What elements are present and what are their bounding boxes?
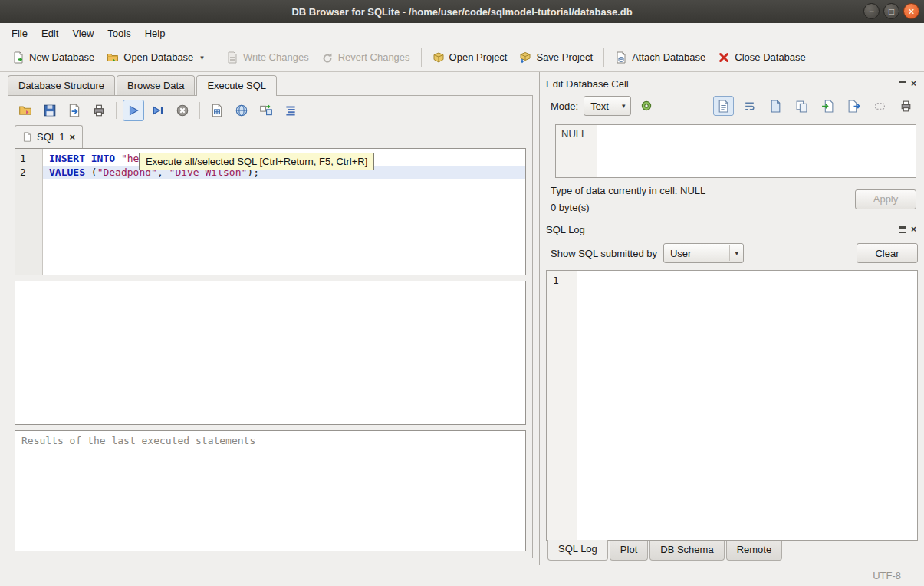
right-pane: Edit Database Cell × Mode: Text ▾ (539, 72, 924, 565)
cell-value-body[interactable] (597, 125, 916, 177)
open-sql-file-icon (18, 104, 32, 117)
sql-tab-close-icon[interactable]: × (69, 131, 75, 143)
open-database-button[interactable]: Open Database ▾ (100, 48, 210, 67)
left-pane: Database Structure Browse Data Execute S… (0, 72, 539, 565)
dropdown-caret-icon[interactable]: ▾ (200, 54, 204, 61)
maximize-button[interactable]: □ (883, 3, 899, 19)
execute-tooltip: Execute all/selected SQL [Ctrl+Return, F… (139, 153, 374, 170)
clear-log-button[interactable]: Clear (857, 243, 918, 263)
save-project-icon (519, 51, 531, 64)
minimize-button[interactable]: − (863, 3, 880, 19)
tab-browse-data[interactable]: Browse Data (117, 75, 195, 95)
tab-sql-log[interactable]: SQL Log (547, 540, 608, 561)
print-sql-button[interactable] (88, 100, 110, 121)
cell-size-info: 0 byte(s) (551, 202, 855, 213)
revert-changes-icon (321, 51, 334, 64)
line-number: 2 (15, 166, 42, 179)
attach-database-button[interactable]: Attach Database (609, 48, 712, 67)
save-project-button[interactable]: Save Project (513, 48, 599, 67)
tab-remote[interactable]: Remote (726, 541, 783, 561)
open-file-icon (769, 100, 782, 113)
log-filter-combobox[interactable]: User ▾ (663, 243, 744, 263)
set-null-button[interactable] (870, 96, 890, 116)
word-wrap-button[interactable] (739, 96, 760, 116)
tab-plot[interactable]: Plot (610, 541, 648, 561)
close-database-icon (718, 51, 730, 64)
results-message-area[interactable]: Results of the last executed statements (15, 430, 526, 551)
text-mode-button[interactable] (713, 96, 734, 116)
find-replace-button[interactable] (255, 100, 277, 121)
mode-combobox[interactable]: Text ▾ (584, 96, 630, 116)
edit-cell-toolbar: Mode: Text ▾ (546, 92, 918, 120)
revert-changes-button: Revert Changes (315, 48, 416, 67)
combo-arrow-icon: ▾ (729, 245, 743, 261)
open-sql-file-button[interactable] (15, 100, 36, 121)
new-database-button[interactable]: New Database (6, 48, 100, 67)
maximize-icon: □ (889, 7, 894, 16)
export-cell-button[interactable] (843, 96, 864, 116)
close-dock-icon[interactable]: × (911, 225, 916, 234)
bottom-dock-tabs: SQL Log Plot DB Schema Remote (546, 541, 918, 565)
save-sql-file-icon (43, 104, 57, 117)
log-content[interactable] (577, 271, 917, 540)
menu-edit[interactable]: Edit (35, 23, 65, 43)
titlebar: DB Browser for SQLite - /home/user/code/… (0, 0, 924, 23)
open-cell-data-button[interactable] (765, 96, 786, 116)
cell-value-editor[interactable]: NULL (555, 124, 916, 178)
export-sql-button[interactable] (64, 100, 85, 121)
sql-editor-tab[interactable]: SQL 1 × (15, 125, 83, 148)
menu-help[interactable]: Help (138, 23, 173, 43)
save-results-button[interactable] (206, 100, 228, 121)
tab-db-schema[interactable]: DB Schema (649, 541, 724, 561)
menu-view[interactable]: View (65, 23, 100, 43)
format-sql-icon (284, 104, 298, 117)
import-icon (821, 100, 834, 113)
word-wrap-icon (743, 100, 756, 113)
import-cell-button[interactable] (817, 96, 838, 116)
text-mode-icon (717, 100, 730, 113)
print-cell-button[interactable] (896, 96, 916, 116)
sql-log-view[interactable]: 1 (546, 270, 918, 541)
tab-execute-sql[interactable]: Execute SQL (196, 75, 277, 96)
attach-database-icon (615, 51, 627, 64)
sql-log-title: SQL Log (546, 224, 899, 235)
results-grid[interactable] (15, 281, 526, 425)
tab-database-structure[interactable]: Database Structure (8, 75, 115, 95)
float-dock-icon[interactable] (899, 226, 906, 233)
auto-switch-mode-button[interactable] (636, 96, 657, 116)
menu-tools[interactable]: Tools (100, 23, 137, 43)
cell-type-info: Type of data currently in cell: NULL (551, 185, 855, 196)
encoding-indicator: UTF-8 (873, 570, 901, 581)
print-icon (92, 104, 106, 117)
minimize-icon: − (869, 7, 874, 16)
dock-controls: × (899, 225, 918, 234)
save-sql-file-button[interactable] (39, 100, 61, 121)
mode-label: Mode: (551, 100, 578, 112)
execute-line-button[interactable] (147, 100, 169, 121)
close-button[interactable]: × (903, 3, 919, 19)
auto-switch-icon (640, 99, 653, 113)
log-line-gutter: 1 (547, 271, 577, 540)
open-project-icon (432, 51, 445, 64)
close-dock-icon[interactable]: × (911, 79, 916, 88)
sql-editor-tabs: SQL 1 × (8, 125, 532, 148)
dock-controls: × (899, 79, 918, 88)
float-dock-icon[interactable] (899, 81, 906, 87)
open-project-button[interactable]: Open Project (426, 48, 514, 67)
toolbar-separator (199, 102, 200, 119)
main-toolbar: New Database Open Database ▾ Write Chang… (0, 43, 924, 72)
copy-cell-button[interactable] (791, 96, 812, 116)
sql-log-header: SQL Log × (546, 221, 918, 238)
save-results-icon (210, 104, 224, 117)
cell-value: NULL (561, 128, 587, 140)
execute-all-button[interactable] (123, 100, 144, 121)
menu-file[interactable]: File (5, 23, 35, 43)
print-icon (899, 100, 912, 113)
find-replace-icon (259, 104, 273, 117)
toolbar-separator (603, 48, 604, 67)
close-icon: × (908, 6, 914, 17)
format-sql-button[interactable] (280, 100, 301, 121)
cell-info-row: Type of data currently in cell: NULL 0 b… (551, 185, 916, 213)
close-database-button[interactable]: Close Database (712, 48, 812, 67)
browse-sphere-button[interactable] (231, 100, 252, 121)
